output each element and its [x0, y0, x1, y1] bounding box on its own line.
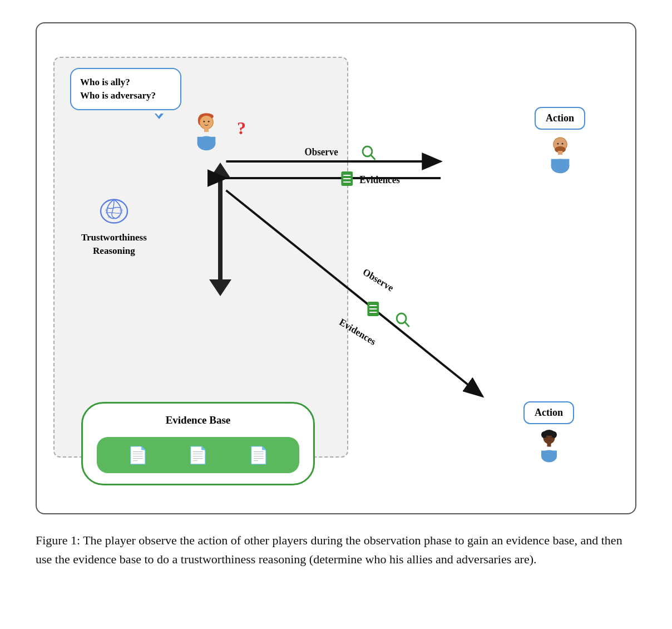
- svg-point-20: [557, 143, 559, 145]
- vertical-arrow: [204, 163, 237, 296]
- action-bubble-1: Action: [535, 107, 585, 130]
- speech-line2: Who is adversary?: [80, 90, 156, 101]
- svg-point-3: [200, 116, 213, 129]
- svg-rect-24: [557, 151, 562, 155]
- svg-rect-53: [367, 302, 379, 316]
- svg-point-30: [546, 437, 548, 439]
- svg-text:Observe: Observe: [361, 266, 396, 294]
- trustworthiness-label: TrustworthinessReasoning: [81, 231, 147, 258]
- evidence-base-label: Evidence Base: [166, 414, 231, 426]
- action-bubble-2: Action: [523, 401, 574, 424]
- player3-avatar: [532, 430, 566, 463]
- svg-point-51: [397, 313, 406, 323]
- svg-line-42: [371, 155, 375, 160]
- doc-icon-3: 📄: [248, 445, 269, 465]
- svg-rect-23: [551, 159, 569, 166]
- svg-point-21: [561, 143, 563, 145]
- svg-marker-16: [209, 279, 231, 296]
- svg-marker-15: [209, 163, 231, 179]
- svg-point-41: [363, 146, 372, 156]
- svg-rect-8: [204, 128, 209, 132]
- outer-box: Who is ally? Who is adversary? ?: [36, 22, 636, 514]
- evidence-base-box: Evidence Base 📄 📄 📄: [81, 402, 315, 485]
- evidence-base-inner: Evidence Base 📄 📄 📄: [81, 402, 315, 485]
- player3: Action: [523, 401, 574, 463]
- svg-point-29: [551, 431, 557, 438]
- player2-avatar: [541, 135, 580, 174]
- svg-point-10: [105, 209, 108, 212]
- brain-icon: [97, 196, 131, 227]
- svg-point-5: [208, 121, 210, 122]
- svg-point-13: [117, 215, 120, 218]
- svg-point-11: [120, 209, 123, 212]
- question-mark: ?: [237, 118, 246, 139]
- doc-icon-2: 📄: [187, 445, 208, 465]
- diagram-area: Who is ally? Who is adversary? ?: [53, 40, 619, 497]
- svg-point-12: [107, 215, 110, 218]
- svg-line-52: [405, 322, 409, 327]
- svg-rect-7: [197, 137, 216, 144]
- speech-bubble: Who is ally? Who is adversary?: [70, 68, 181, 110]
- svg-rect-34: [547, 444, 551, 447]
- doc-icon-1: 📄: [127, 445, 148, 465]
- main-player: [187, 112, 226, 151]
- speech-line1: Who is ally?: [80, 77, 130, 87]
- svg-rect-33: [541, 451, 557, 457]
- brain-area: TrustworthinessReasoning: [81, 196, 147, 258]
- main-player-avatar: [187, 112, 226, 151]
- player2: Action: [535, 107, 585, 174]
- svg-point-4: [203, 121, 205, 122]
- evidence-docs-row: 📄 📄 📄: [97, 437, 299, 473]
- svg-text:Evidences: Evidences: [359, 174, 400, 186]
- svg-point-31: [550, 437, 552, 439]
- figure-caption: Figure 1: The player observe the action …: [36, 531, 636, 569]
